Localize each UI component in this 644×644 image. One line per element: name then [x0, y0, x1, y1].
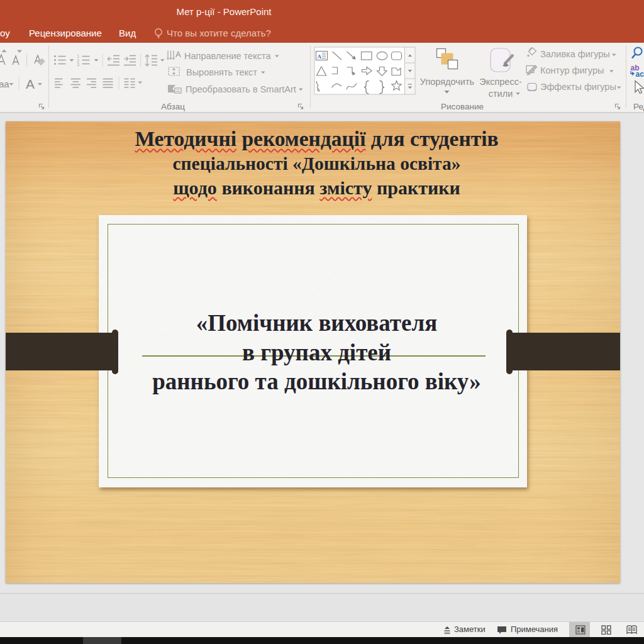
- svg-text:ac: ac: [636, 70, 644, 79]
- svg-text:А: А: [26, 77, 35, 91]
- svg-text:3: 3: [77, 62, 80, 67]
- svg-text:А: А: [318, 53, 322, 60]
- svg-text:А: А: [175, 50, 181, 59]
- svg-text:аа: аа: [0, 79, 9, 89]
